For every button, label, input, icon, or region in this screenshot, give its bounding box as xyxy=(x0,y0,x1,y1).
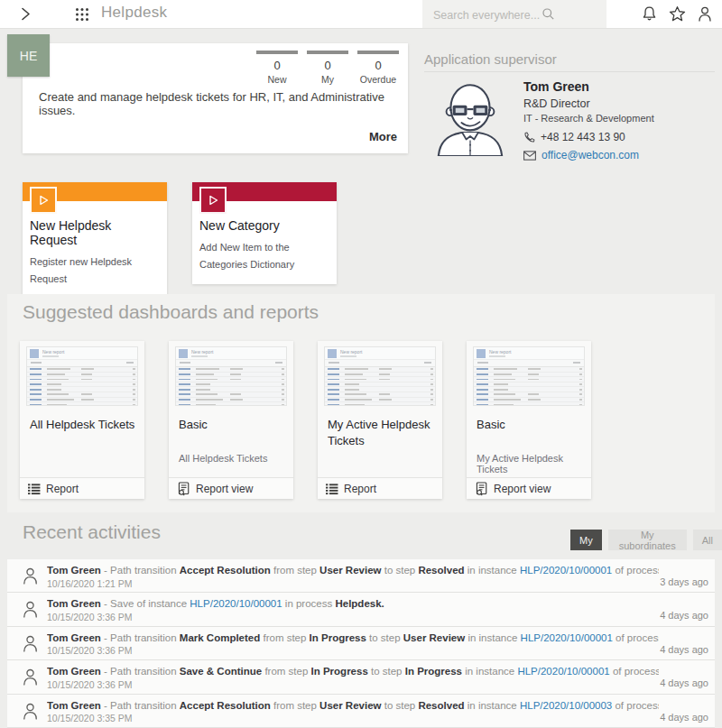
supervisor-divider xyxy=(424,71,715,72)
card-thumbnail: New report xyxy=(473,346,585,406)
counter-bar xyxy=(357,51,399,54)
dashboard-card[interactable]: New report All Helpdesk Tickets Report xyxy=(20,341,144,499)
activities-heading: Recent activities xyxy=(23,521,161,543)
hero-card: 0 New 0 My 0 Overdue Create and manage h… xyxy=(23,43,408,153)
hero-description: Create and manage helpdesk tickets for H… xyxy=(39,90,393,117)
profile-icon[interactable] xyxy=(697,5,713,23)
counter-bar xyxy=(256,51,298,54)
thumb-report-tile xyxy=(328,349,337,358)
activity-date: 10/15/2020 3:35 PM xyxy=(47,713,133,723)
activity-text: Tom Green - Path transition Accept Resol… xyxy=(47,565,659,576)
search-input[interactable] xyxy=(431,0,542,30)
supervisor-avatar xyxy=(430,77,510,156)
instance-link[interactable]: HLP/2020/10/00001 xyxy=(520,565,612,576)
counter: 0 My xyxy=(307,51,348,85)
filter-button[interactable]: All xyxy=(693,530,722,550)
card-title: All Helpdesk Tickets xyxy=(30,417,137,433)
table-icon xyxy=(28,483,41,495)
counter: 0 New xyxy=(256,51,298,85)
dashboard-card[interactable]: New report Basic My Active Helpdesk Tick… xyxy=(467,341,591,499)
thumb-report-label: New report xyxy=(42,349,64,355)
card-subtitle: All Helpdesk Tickets xyxy=(179,453,289,464)
activity-date: 10/16/2020 1:21 PM xyxy=(47,578,133,589)
activity-age: 4 days ago xyxy=(660,644,708,655)
expand-sidebar-icon[interactable] xyxy=(18,6,32,22)
supervisor-details: Tom Green R&D Director IT - Research & D… xyxy=(523,79,717,167)
card-footer-label: Report xyxy=(344,483,376,495)
card-title: My Active Helpdesk Tickets xyxy=(328,417,435,448)
activity-filters: MyMy subordinatesAll xyxy=(570,530,722,550)
card-footer: Report xyxy=(318,477,442,499)
instance-link[interactable]: HLP/2020/10/00001 xyxy=(190,598,282,609)
instance-link[interactable]: HLP/2020/10/00001 xyxy=(517,666,609,677)
notifications-bell-icon[interactable] xyxy=(641,5,658,23)
top-bar: Helpdesk xyxy=(0,0,722,29)
dashboard-card[interactable]: New report My Active Helpdesk Tickets Re… xyxy=(318,341,442,499)
activity-row: Tom Green - Save of instance HLP/2020/10… xyxy=(7,593,715,626)
card-thumbnail: New report xyxy=(26,346,138,406)
supervisor-phone: +48 12 443 13 90 xyxy=(541,131,625,143)
card-thumbnail: New report xyxy=(324,346,436,406)
thumb-report-label: New report xyxy=(489,349,511,355)
report-view-icon xyxy=(475,482,488,496)
filter-button[interactable]: My xyxy=(570,530,602,550)
activity-date: 10/15/2020 3:36 PM xyxy=(47,679,133,690)
card-footer: Report xyxy=(20,477,144,499)
supervisor-email-link[interactable]: office@webcon.com xyxy=(542,149,639,161)
card-footer-label: Report view xyxy=(494,483,551,495)
phone-icon xyxy=(523,132,535,143)
supervisor-name: Tom Green xyxy=(523,79,717,94)
counter: 0 Overdue xyxy=(357,51,399,85)
card-footer-label: Report xyxy=(46,483,79,495)
play-icon[interactable] xyxy=(199,187,227,214)
counter-value: 0 xyxy=(307,59,348,72)
supervisor-role: R&D Director xyxy=(523,97,717,110)
activity-text: Tom Green - Save of instance HLP/2020/10… xyxy=(47,598,659,609)
activity-text: Tom Green - Path transition Mark Complet… xyxy=(47,632,659,643)
apps-grid-icon[interactable] xyxy=(74,6,90,23)
action-tile[interactable]: New Helpdesk Request Register new Helpde… xyxy=(23,182,167,299)
activity-row: Tom Green - Path transition Mark Complet… xyxy=(7,627,715,660)
instance-link[interactable]: HLP/2020/10/00001 xyxy=(521,632,613,643)
play-icon[interactable] xyxy=(30,187,57,214)
instance-link[interactable]: HLP/2020/10/00003 xyxy=(520,700,612,711)
action-tile[interactable]: New Category Add New Item to the Categor… xyxy=(192,182,337,284)
card-title: Basic xyxy=(179,417,286,433)
card-footer-label: Report view xyxy=(196,483,253,495)
activity-text: Tom Green - Path transition Accept Resol… xyxy=(47,700,659,711)
counters: 0 New 0 My 0 Overdue xyxy=(256,51,399,85)
activity-age: 4 days ago xyxy=(660,610,708,621)
thumb-report-tile xyxy=(179,349,188,358)
activity-age: 4 days ago xyxy=(660,712,708,723)
counter-bar xyxy=(307,51,348,54)
activity-row: Tom Green - Path transition Save & Conti… xyxy=(7,660,715,694)
activity-age: 4 days ago xyxy=(660,677,708,688)
action-subtitle: Register new Helpdesk Request xyxy=(23,247,167,287)
filter-button[interactable]: My subordinates xyxy=(608,530,687,550)
report-view-icon xyxy=(177,482,190,496)
user-icon xyxy=(22,634,39,653)
counter-value: 0 xyxy=(256,59,298,72)
favorites-star-icon[interactable] xyxy=(669,5,686,23)
counter-label: My xyxy=(307,74,348,85)
search-icon[interactable] xyxy=(542,7,555,21)
page-title: Helpdesk xyxy=(101,4,167,22)
thumb-report-label: New report xyxy=(340,349,362,355)
supervisor-department: IT - Research & Development xyxy=(523,113,717,124)
card-title: Basic xyxy=(477,417,584,433)
user-icon xyxy=(22,567,39,585)
thumb-report-tile xyxy=(477,349,486,358)
card-footer: Report view xyxy=(467,477,591,499)
supervisor-heading: Application supervisor xyxy=(424,51,557,67)
activity-date: 10/15/2020 3:36 PM xyxy=(47,645,133,656)
more-button[interactable]: More xyxy=(369,130,397,143)
counter-label: New xyxy=(256,74,298,85)
activity-row: Tom Green - Path transition Accept Resol… xyxy=(7,695,715,728)
dashboard-card[interactable]: New report Basic All Helpdesk Tickets Re… xyxy=(169,341,293,499)
activity-age: 3 days ago xyxy=(660,576,708,587)
app-tile[interactable]: HE xyxy=(7,34,50,77)
suggested-heading: Suggested dashboards and reports xyxy=(23,301,319,323)
counter-value: 0 xyxy=(357,59,399,72)
user-icon xyxy=(22,702,39,721)
action-subtitle: Add New Item to the Categories Dictionar… xyxy=(192,233,337,272)
